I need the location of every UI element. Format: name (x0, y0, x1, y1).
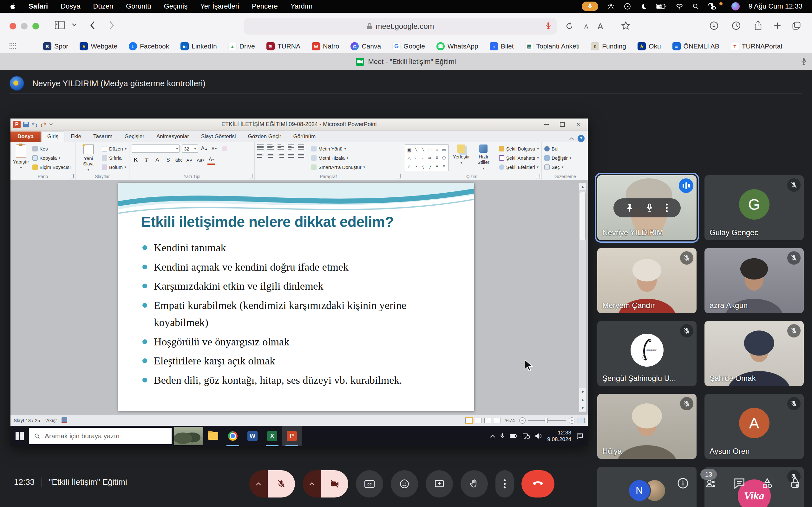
camera-off-state-icon[interactable] (321, 470, 348, 498)
bookmark-google[interactable]: GGoogle (392, 42, 425, 50)
bookmark-natro[interactable]: ✉Natro (312, 42, 339, 50)
menu-goruntu[interactable]: Görüntü (126, 2, 151, 10)
control-center-icon[interactable] (708, 3, 716, 10)
windows-search-box[interactable]: Aramak için buraya yazın (29, 428, 171, 444)
previous-slide-button[interactable]: ▲ (579, 396, 586, 404)
bookmark-oku[interactable]: ★Oku (638, 42, 661, 50)
numbering-icon[interactable] (267, 145, 274, 150)
participant-tile-aysun[interactable]: A Aysun Oren (705, 394, 804, 459)
tile-more-options-icon[interactable] (665, 203, 668, 213)
spell-check-icon[interactable] (61, 417, 67, 424)
pano-dialog-launcher[interactable] (70, 174, 74, 178)
collapse-ribbon-icon[interactable] (569, 137, 574, 140)
cut-button[interactable]: Kes (32, 145, 71, 153)
arrange-button[interactable]: Yerleştir▾ (453, 145, 470, 172)
copy-button[interactable]: Kopyala▾ (32, 154, 71, 162)
participant-tile-nevriye[interactable]: Nevriye YILDIRIM (597, 175, 697, 240)
quick-access-dropdown-icon[interactable] (49, 123, 53, 126)
align-right-icon[interactable] (277, 153, 284, 158)
line-spacing-icon[interactable] (298, 145, 304, 150)
decrease-indent-icon[interactable] (277, 145, 284, 150)
slideshow-view-button[interactable] (494, 418, 501, 424)
bookmark-grid-icon[interactable] (9, 43, 18, 49)
action-center-icon[interactable] (576, 433, 583, 439)
slide-sorter-view-button[interactable] (475, 418, 482, 424)
taskbar-clock[interactable]: 12:33 9.08.2024 (547, 429, 571, 443)
tab-audio-mic-icon[interactable] (801, 58, 806, 65)
sidebar-chevron-icon[interactable] (72, 23, 77, 26)
align-center-icon[interactable] (267, 153, 274, 158)
columns-icon[interactable] (298, 153, 304, 158)
participant-tile-meryem[interactable]: Meryem Çandır (597, 248, 697, 313)
zoom-out-button[interactable]: − (519, 417, 525, 424)
tray-speaker-icon[interactable] (535, 433, 542, 439)
help-icon[interactable]: ? (577, 135, 585, 142)
cizim-dialog-launcher[interactable] (536, 174, 540, 178)
smartart-button[interactable]: SmartArt'a Dönüştür▾ (311, 163, 365, 171)
share-icon[interactable] (754, 20, 763, 31)
ppt-restore-button[interactable] (555, 120, 569, 129)
ribbon-tab-animasyonlar[interactable]: Animasyonlar (151, 131, 195, 142)
new-slide-button[interactable]: Yeni Slayt▾ (78, 145, 99, 172)
ribbon-tab-gecisler[interactable]: Geçişler (119, 131, 150, 142)
more-options-button[interactable] (496, 470, 514, 498)
present-screen-button[interactable] (426, 470, 453, 498)
justify-icon[interactable] (288, 153, 294, 158)
shadow-button[interactable]: abc (175, 156, 183, 164)
bookmark-facebook[interactable]: fFacebook (129, 42, 169, 50)
spotlight-search-icon[interactable] (692, 3, 699, 10)
tab-overview-icon[interactable] (792, 21, 801, 31)
bookmark-spor[interactable]: SSpor (43, 42, 68, 50)
bookmark-whatsapp[interactable]: ☎WhatsApp (437, 42, 478, 50)
ppt-minimize-button[interactable] (540, 120, 554, 129)
camera-options-chevron[interactable] (303, 470, 321, 498)
captions-button[interactable]: cc (356, 470, 383, 498)
bookmark-webgate[interactable]: ★Webgate (80, 42, 117, 50)
close-window-button[interactable] (9, 23, 16, 30)
zoom-window-button[interactable] (32, 23, 39, 30)
clear-formatting-button[interactable] (221, 145, 229, 153)
meeting-details-button[interactable] (677, 477, 689, 489)
undo-icon[interactable] (32, 122, 38, 127)
select-button[interactable]: Seç▾ (544, 163, 571, 171)
increase-indent-icon[interactable] (288, 145, 294, 150)
siri-icon[interactable] (731, 2, 740, 10)
tab-title[interactable]: Meet - "Etkili İletişim" Eğitimi (368, 58, 456, 66)
ribbon-tab-giris[interactable]: Giriş (41, 131, 64, 142)
bookmark-onemli-ab[interactable]: ≡ÖNEMLİ AB (672, 42, 719, 50)
new-tab-button[interactable] (773, 21, 781, 30)
quick-styles-button[interactable]: Hızlı Stiller▾ (473, 145, 494, 172)
wifi-icon[interactable] (676, 3, 683, 9)
taskbar-chrome-icon[interactable] (223, 426, 243, 446)
site-microphone-active-icon[interactable] (546, 22, 551, 30)
bold-button[interactable]: K (132, 156, 140, 164)
ribbon-tab-slayt-gosterisi[interactable]: Slayt Gösterisi (195, 131, 242, 142)
menu-dosya[interactable]: Dosya (61, 2, 80, 10)
forward-button[interactable] (108, 20, 115, 31)
mic-options-chevron[interactable] (249, 470, 268, 498)
camera-button[interactable] (303, 470, 348, 498)
bookmark-bilet[interactable]: ☼Bilet (490, 42, 514, 50)
menu-bar-clock[interactable]: 9 Ağu Cum 12:33 (749, 2, 803, 10)
reactions-button[interactable] (391, 470, 418, 498)
bookmark-star-icon[interactable] (621, 21, 630, 31)
italic-button[interactable]: T (143, 156, 150, 164)
tray-hidden-icons-chevron[interactable] (490, 435, 495, 438)
menu-safari[interactable]: Safari (29, 2, 48, 10)
activities-button[interactable] (761, 477, 773, 489)
zoom-in-button[interactable]: + (569, 417, 575, 424)
shrink-font-button[interactable]: A▼ (211, 145, 218, 153)
replace-button[interactable]: Değiştir▾ (544, 154, 571, 162)
scroll-down-arrow[interactable]: ▼ (579, 388, 586, 396)
redo-icon[interactable] (40, 122, 47, 127)
bookmark-canva[interactable]: CCanva (351, 42, 381, 50)
bookmark-linkedin[interactable]: inLinkedIn (181, 42, 217, 50)
desktop-photo-thumbnail[interactable] (174, 427, 203, 445)
playback-menu-icon[interactable] (623, 3, 631, 10)
underline-button[interactable]: A (154, 156, 161, 164)
zoom-slider[interactable] (528, 420, 566, 421)
paragraf-dialog-launcher[interactable] (397, 174, 401, 178)
end-call-button[interactable] (521, 470, 554, 498)
shape-effects-button[interactable]: Şekil Efektleri▾ (499, 163, 539, 171)
reading-view-button[interactable] (484, 418, 491, 424)
